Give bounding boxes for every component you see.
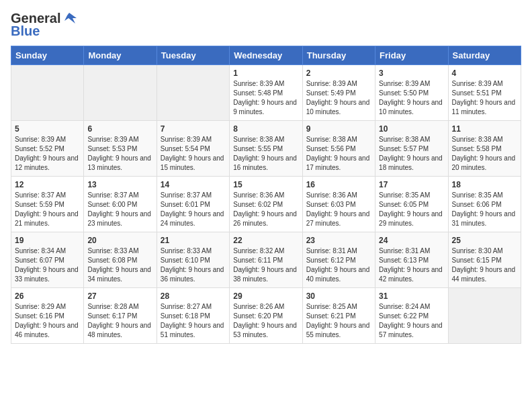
calendar-day-cell: 22Sunrise: 8:32 AMSunset: 6:11 PMDayligh… xyxy=(230,232,302,288)
day-info-text: Daylight: 9 hours and 10 minutes. xyxy=(379,98,444,117)
day-info-text: Sunset: 5:50 PM xyxy=(379,89,444,98)
day-info-text: Sunrise: 8:24 AM xyxy=(379,302,444,312)
day-info-text: Sunset: 6:18 PM xyxy=(161,312,226,321)
calendar-day-cell xyxy=(448,288,521,344)
svg-marker-0 xyxy=(64,13,77,24)
day-info-text: Daylight: 9 hours and 23 minutes. xyxy=(87,210,152,228)
calendar-day-cell: 4Sunrise: 8:39 AMSunset: 5:51 PMDaylight… xyxy=(448,65,521,121)
calendar-day-cell: 30Sunrise: 8:25 AMSunset: 6:21 PMDayligh… xyxy=(302,288,375,344)
day-info-text: Sunset: 6:06 PM xyxy=(452,200,517,210)
calendar-day-cell: 26Sunrise: 8:29 AMSunset: 6:16 PMDayligh… xyxy=(11,288,84,344)
calendar-day-cell: 20Sunrise: 8:33 AMSunset: 6:08 PMDayligh… xyxy=(84,232,157,288)
day-info-text: Sunset: 6:07 PM xyxy=(15,256,80,265)
day-info-text: Sunset: 6:11 PM xyxy=(233,256,298,265)
day-number: 15 xyxy=(233,180,298,189)
day-info-text: Daylight: 9 hours and 31 minutes. xyxy=(452,210,517,228)
day-number: 17 xyxy=(379,180,444,189)
day-info-text: Sunrise: 8:33 AM xyxy=(161,246,226,256)
day-info-text: Daylight: 9 hours and 33 minutes. xyxy=(15,265,80,284)
day-info-text: Sunset: 6:12 PM xyxy=(306,256,371,265)
day-info-text: Sunrise: 8:39 AM xyxy=(233,79,298,89)
calendar-day-cell: 31Sunrise: 8:24 AMSunset: 6:22 PMDayligh… xyxy=(375,288,448,344)
calendar-day-cell: 11Sunrise: 8:38 AMSunset: 5:58 PMDayligh… xyxy=(448,121,521,177)
days-of-week-row: SundayMondayTuesdayWednesdayThursdayFrid… xyxy=(11,46,521,65)
day-number: 29 xyxy=(233,291,298,301)
calendar-day-cell: 17Sunrise: 8:35 AMSunset: 6:05 PMDayligh… xyxy=(375,177,448,232)
day-info-text: Sunrise: 8:39 AM xyxy=(15,135,80,144)
day-info-text: Daylight: 9 hours and 26 minutes. xyxy=(233,210,298,228)
calendar-day-cell: 29Sunrise: 8:26 AMSunset: 6:20 PMDayligh… xyxy=(230,288,302,344)
day-info-text: Sunrise: 8:39 AM xyxy=(379,79,444,89)
day-info-text: Daylight: 9 hours and 55 minutes. xyxy=(306,321,371,340)
calendar-day-cell: 8Sunrise: 8:38 AMSunset: 5:55 PMDaylight… xyxy=(230,121,302,177)
day-info-text: Sunset: 5:48 PM xyxy=(233,89,298,98)
day-info-text: Sunrise: 8:38 AM xyxy=(452,135,517,144)
day-number: 31 xyxy=(379,291,444,301)
day-info-text: Sunrise: 8:32 AM xyxy=(233,246,298,256)
day-info-text: Sunrise: 8:38 AM xyxy=(306,135,371,144)
day-of-week-header: Saturday xyxy=(448,46,521,65)
day-number: 11 xyxy=(452,124,517,134)
calendar-day-cell: 3Sunrise: 8:39 AMSunset: 5:50 PMDaylight… xyxy=(375,65,448,121)
day-info-text: Sunset: 6:13 PM xyxy=(379,256,444,265)
day-info-text: Sunset: 5:58 PM xyxy=(452,144,517,154)
day-info-text: Daylight: 9 hours and 18 minutes. xyxy=(379,154,444,173)
day-number: 7 xyxy=(161,124,226,134)
day-info-text: Sunset: 5:54 PM xyxy=(161,144,226,154)
day-info-text: Daylight: 9 hours and 10 minutes. xyxy=(306,98,371,117)
calendar-week-row: 12Sunrise: 8:37 AMSunset: 5:59 PMDayligh… xyxy=(11,177,521,232)
day-info-text: Sunrise: 8:37 AM xyxy=(161,191,226,200)
day-number: 8 xyxy=(233,124,298,134)
calendar-day-cell xyxy=(11,65,84,121)
calendar-day-cell: 16Sunrise: 8:36 AMSunset: 6:03 PMDayligh… xyxy=(302,177,375,232)
day-number: 24 xyxy=(379,236,444,245)
day-number: 10 xyxy=(379,124,444,134)
day-number: 22 xyxy=(233,236,298,245)
calendar-day-cell xyxy=(84,65,157,121)
day-info-text: Sunset: 5:51 PM xyxy=(452,89,517,98)
day-info-text: Daylight: 9 hours and 42 minutes. xyxy=(379,265,444,284)
day-info-text: Sunrise: 8:34 AM xyxy=(15,246,80,256)
day-info-text: Sunrise: 8:39 AM xyxy=(87,135,152,144)
day-info-text: Sunrise: 8:38 AM xyxy=(379,135,444,144)
day-info-text: Daylight: 9 hours and 27 minutes. xyxy=(306,210,371,228)
calendar-day-cell: 14Sunrise: 8:37 AMSunset: 6:01 PMDayligh… xyxy=(157,177,229,232)
day-number: 5 xyxy=(15,124,80,134)
calendar-day-cell: 9Sunrise: 8:38 AMSunset: 5:56 PMDaylight… xyxy=(302,121,375,177)
day-number: 21 xyxy=(161,236,226,245)
day-info-text: Sunrise: 8:36 AM xyxy=(306,191,371,200)
day-number: 16 xyxy=(306,180,371,189)
day-info-text: Sunset: 5:49 PM xyxy=(306,89,371,98)
day-info-text: Daylight: 9 hours and 36 minutes. xyxy=(161,265,226,284)
day-info-text: Sunset: 6:17 PM xyxy=(87,312,152,321)
calendar-day-cell: 18Sunrise: 8:35 AMSunset: 6:06 PMDayligh… xyxy=(448,177,521,232)
calendar-body: 1Sunrise: 8:39 AMSunset: 5:48 PMDaylight… xyxy=(11,65,521,344)
day-number: 4 xyxy=(452,68,517,78)
day-info-text: Daylight: 9 hours and 11 minutes. xyxy=(452,98,517,117)
day-info-text: Daylight: 9 hours and 24 minutes. xyxy=(161,210,226,228)
day-of-week-header: Wednesday xyxy=(230,46,302,65)
day-info-text: Sunset: 6:02 PM xyxy=(233,200,298,210)
calendar-day-cell: 21Sunrise: 8:33 AMSunset: 6:10 PMDayligh… xyxy=(157,232,229,288)
day-info-text: Sunset: 6:20 PM xyxy=(233,312,298,321)
calendar-day-cell: 25Sunrise: 8:30 AMSunset: 6:15 PMDayligh… xyxy=(448,232,521,288)
day-info-text: Sunset: 6:08 PM xyxy=(87,256,152,265)
day-info-text: Daylight: 9 hours and 15 minutes. xyxy=(161,154,226,173)
day-info-text: Daylight: 9 hours and 46 minutes. xyxy=(15,321,80,340)
day-number: 9 xyxy=(306,124,371,134)
calendar-day-cell: 13Sunrise: 8:37 AMSunset: 6:00 PMDayligh… xyxy=(84,177,157,232)
day-info-text: Sunrise: 8:37 AM xyxy=(87,191,152,200)
day-info-text: Daylight: 9 hours and 51 minutes. xyxy=(161,321,226,340)
day-info-text: Daylight: 9 hours and 21 minutes. xyxy=(15,210,80,228)
day-info-text: Sunset: 5:59 PM xyxy=(15,200,80,210)
day-of-week-header: Tuesday xyxy=(157,46,229,65)
day-info-text: Sunrise: 8:29 AM xyxy=(15,302,80,312)
day-of-week-header: Thursday xyxy=(302,46,375,65)
day-info-text: Sunset: 5:52 PM xyxy=(15,144,80,154)
calendar-day-cell: 24Sunrise: 8:31 AMSunset: 6:13 PMDayligh… xyxy=(375,232,448,288)
calendar-header: SundayMondayTuesdayWednesdayThursdayFrid… xyxy=(11,46,521,65)
calendar-week-row: 19Sunrise: 8:34 AMSunset: 6:07 PMDayligh… xyxy=(11,232,521,288)
day-info-text: Sunset: 5:56 PM xyxy=(306,144,371,154)
calendar-day-cell: 7Sunrise: 8:39 AMSunset: 5:54 PMDaylight… xyxy=(157,121,229,177)
day-info-text: Sunrise: 8:25 AM xyxy=(306,302,371,312)
